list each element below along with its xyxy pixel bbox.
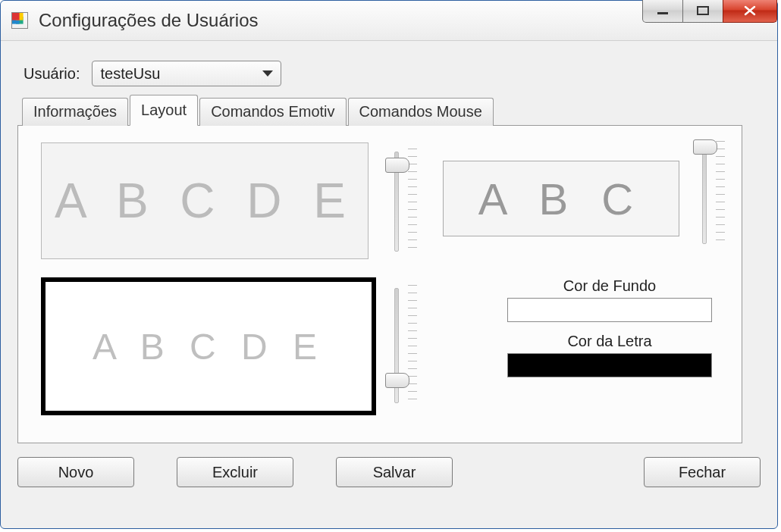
slider-thumb-icon[interactable] xyxy=(385,373,409,388)
tab-label: Comandos Mouse xyxy=(359,103,482,120)
text-color-picker[interactable] xyxy=(507,353,712,377)
preview-text: A B C xyxy=(478,174,644,224)
text-color-label: Cor da Letra xyxy=(503,333,716,350)
tabstrip: Informações Layout Comandos Emotiv Coman… xyxy=(22,98,761,126)
font-preview-3: A B C D E xyxy=(41,277,376,415)
user-combobox-value: testeUsu xyxy=(100,65,160,83)
action-buttons: Novo Excluir Salvar Fechar xyxy=(17,457,761,487)
preview-text: A B C D E xyxy=(55,173,355,229)
button-label: Salvar xyxy=(373,464,416,481)
slider-thumb-icon[interactable] xyxy=(385,158,409,173)
slider-ticks xyxy=(408,285,417,406)
preview-text: A B C D E xyxy=(93,326,325,368)
tab-page-layout: A B C D E A B C A B C D E xyxy=(17,125,742,443)
user-label: Usuário: xyxy=(24,65,80,83)
user-combobox[interactable]: testeUsu xyxy=(92,61,281,86)
titlebar[interactable]: Configurações de Usuários xyxy=(1,1,777,41)
slider-thumb-icon[interactable] xyxy=(693,139,717,155)
svg-rect-1 xyxy=(698,7,708,14)
button-label: Novo xyxy=(58,464,94,481)
font-preview-2: A B C xyxy=(443,161,679,236)
tab-layout[interactable]: Layout xyxy=(130,95,198,126)
tab-comandos-emotiv[interactable]: Comandos Emotiv xyxy=(199,98,346,126)
slider-track xyxy=(702,144,707,244)
delete-button[interactable]: Excluir xyxy=(177,457,293,487)
maximize-button[interactable] xyxy=(682,0,723,23)
app-icon xyxy=(11,12,28,29)
save-button[interactable]: Salvar xyxy=(336,457,453,487)
window-controls xyxy=(643,0,777,23)
close-form-button[interactable]: Fechar xyxy=(644,457,761,487)
chevron-down-icon xyxy=(262,70,273,77)
background-color-picker[interactable] xyxy=(507,298,712,322)
svg-rect-0 xyxy=(657,12,668,14)
spacer xyxy=(495,457,601,487)
size-slider-2[interactable] xyxy=(693,141,729,247)
size-slider-1[interactable] xyxy=(385,149,422,255)
window-title: Configurações de Usuários xyxy=(39,10,259,31)
font-preview-1: A B C D E xyxy=(41,142,369,259)
tab-comandos-mouse[interactable]: Comandos Mouse xyxy=(348,98,494,126)
tab-label: Layout xyxy=(141,102,187,118)
background-color-label: Cor de Fundo xyxy=(503,277,716,295)
tab-label: Comandos Emotiv xyxy=(211,103,334,120)
user-config-window: Configurações de Usuários Usuário: teste… xyxy=(0,0,778,529)
button-label: Excluir xyxy=(212,464,258,481)
tab-label: Informações xyxy=(33,103,117,120)
close-button[interactable] xyxy=(723,0,777,23)
user-row: Usuário: testeUsu xyxy=(24,61,761,86)
size-slider-3[interactable] xyxy=(385,285,422,406)
button-label: Fechar xyxy=(679,464,726,481)
new-button[interactable]: Novo xyxy=(17,457,134,487)
slider-ticks xyxy=(716,141,725,247)
client-area: Usuário: testeUsu Informações Layout Com… xyxy=(1,41,777,504)
minimize-button[interactable] xyxy=(642,0,683,23)
color-group: Cor de Fundo Cor da Letra xyxy=(503,277,716,388)
tab-informacoes[interactable]: Informações xyxy=(22,98,128,126)
